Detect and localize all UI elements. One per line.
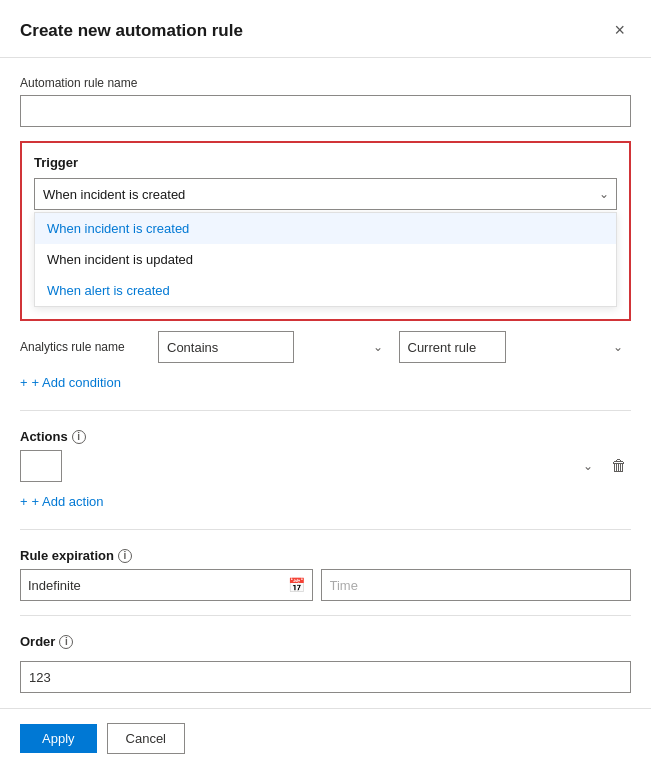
action-select[interactable] bbox=[20, 450, 62, 482]
rule-expiration-label-text: Rule expiration bbox=[20, 548, 114, 563]
value-chevron-icon: ⌄ bbox=[613, 340, 623, 354]
add-condition-button[interactable]: + + Add condition bbox=[20, 369, 121, 396]
delete-action-button[interactable]: 🗑 bbox=[607, 453, 631, 479]
apply-button[interactable]: Apply bbox=[20, 724, 97, 753]
dialog-footer: Apply Cancel bbox=[0, 708, 651, 768]
rule-expiration-info-icon[interactable]: i bbox=[118, 549, 132, 563]
dialog-body: Automation rule name Trigger When incide… bbox=[0, 58, 651, 708]
add-condition-plus-icon: + bbox=[20, 375, 28, 390]
dialog-header: Create new automation rule × bbox=[0, 0, 651, 58]
trash-icon: 🗑 bbox=[611, 457, 627, 475]
order-info-icon[interactable]: i bbox=[59, 635, 73, 649]
operator-select-wrapper: Contains Does not contain Equals ⌄ bbox=[158, 331, 391, 363]
automation-rule-name-input[interactable] bbox=[20, 95, 631, 127]
trigger-select-wrapper: When incident is created When incident i… bbox=[34, 178, 617, 210]
add-condition-label: + Add condition bbox=[32, 375, 121, 390]
close-button[interactable]: × bbox=[608, 18, 631, 43]
cancel-button[interactable]: Cancel bbox=[107, 723, 185, 754]
actions-info-icon[interactable]: i bbox=[72, 430, 86, 444]
trigger-label: Trigger bbox=[34, 155, 617, 170]
create-automation-rule-dialog: Create new automation rule × Automation … bbox=[0, 0, 651, 768]
section-separator-1 bbox=[20, 410, 631, 411]
dropdown-item-2[interactable]: When incident is updated bbox=[35, 244, 616, 275]
dropdown-item-3[interactable]: When alert is created bbox=[35, 275, 616, 306]
automation-rule-name-section: Automation rule name bbox=[20, 76, 631, 127]
add-action-plus-icon: + bbox=[20, 494, 28, 509]
action-chevron-icon: ⌄ bbox=[583, 459, 593, 473]
order-label-row: Order i bbox=[20, 634, 631, 649]
add-action-button[interactable]: + + Add action bbox=[20, 488, 104, 515]
operator-select[interactable]: Contains Does not contain Equals bbox=[158, 331, 294, 363]
dropdown-item-1[interactable]: When incident is created bbox=[35, 213, 616, 244]
trigger-select[interactable]: When incident is created When incident i… bbox=[34, 178, 617, 210]
value-select-wrapper: Current rule ⌄ bbox=[399, 331, 632, 363]
date-input-wrapper: 📅 Indefinite bbox=[20, 569, 313, 601]
trigger-dropdown-list: When incident is created When incident i… bbox=[34, 212, 617, 307]
order-input[interactable] bbox=[20, 661, 631, 693]
order-label-text: Order bbox=[20, 634, 55, 649]
time-input[interactable] bbox=[321, 569, 632, 601]
trigger-section: Trigger When incident is created When in… bbox=[20, 141, 631, 321]
action-row: ⌄ 🗑 bbox=[20, 450, 631, 482]
date-input[interactable] bbox=[20, 569, 313, 601]
section-separator-3 bbox=[20, 615, 631, 616]
conditions-section: Analytics rule name Contains Does not co… bbox=[20, 331, 631, 396]
action-select-wrapper: ⌄ bbox=[20, 450, 601, 482]
operator-chevron-icon: ⌄ bbox=[373, 340, 383, 354]
dialog-title: Create new automation rule bbox=[20, 21, 243, 41]
automation-rule-name-label: Automation rule name bbox=[20, 76, 631, 90]
order-section: Order i bbox=[20, 634, 631, 693]
analytics-rule-condition-row: Analytics rule name Contains Does not co… bbox=[20, 331, 631, 363]
actions-label-text: Actions bbox=[20, 429, 68, 444]
rule-expiration-label-row: Rule expiration i bbox=[20, 548, 631, 563]
value-select[interactable]: Current rule bbox=[399, 331, 506, 363]
add-action-label: + Add action bbox=[32, 494, 104, 509]
actions-section: Actions i ⌄ 🗑 + + Add action bbox=[20, 429, 631, 515]
rule-expiration-section: Rule expiration i 📅 Indefinite Time bbox=[20, 548, 631, 601]
actions-label-row: Actions i bbox=[20, 429, 631, 444]
analytics-rule-name-label: Analytics rule name bbox=[20, 340, 150, 354]
section-separator-2 bbox=[20, 529, 631, 530]
rule-expiration-row: 📅 Indefinite Time bbox=[20, 569, 631, 601]
